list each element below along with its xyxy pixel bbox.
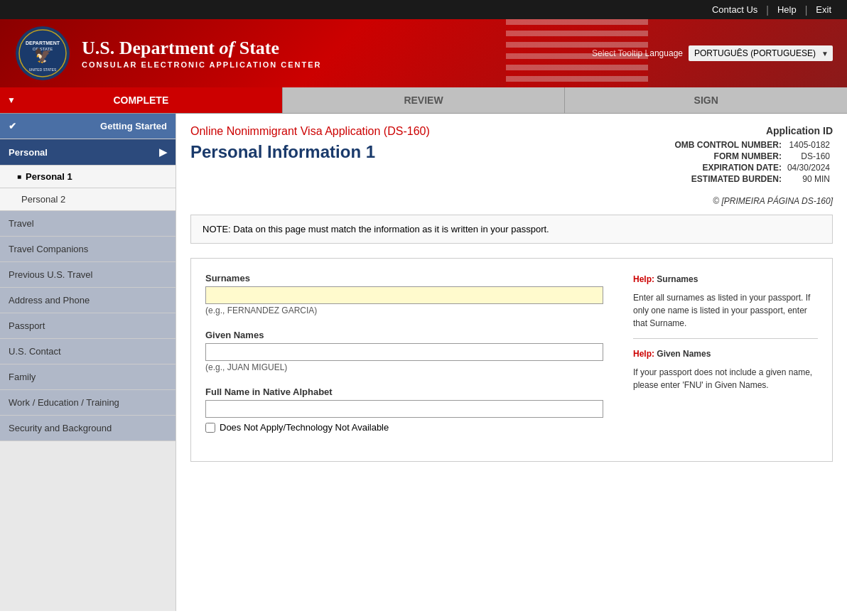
app-info-table: OMB CONTROL NUMBER: 1405-0182 FORM NUMBE… — [672, 139, 833, 185]
sidebar-item-getting-started[interactable]: ✔ Getting Started — [0, 114, 176, 139]
tab-complete[interactable]: COMPLETE — [0, 87, 282, 113]
exit-link[interactable]: Exit — [807, 3, 840, 16]
chevron-right-icon: ▶ — [159, 146, 167, 158]
help-given-names-text: If your passport does not include a give… — [633, 366, 818, 391]
flag-decoration — [506, 19, 648, 87]
help-given-names: Help: Given Names — [633, 347, 818, 360]
sidebar-item-security-and-background[interactable]: Security and Background — [0, 416, 176, 441]
sidebar-label-getting-started: Getting Started — [100, 121, 167, 131]
sidebar-label-personal: Personal — [9, 147, 48, 158]
form-row: FORM NUMBER: DS-160 — [672, 151, 833, 162]
page-title-section: Online Nonimmigrant Visa Application (DS… — [190, 125, 430, 162]
sidebar-label-travel: Travel — [9, 218, 34, 229]
omb-value: 1405-0182 — [784, 139, 833, 151]
help-given-names-title: Help: — [633, 349, 654, 359]
surnames-hint: (e.g., FERNANDEZ GARCIA) — [205, 306, 622, 315]
sidebar-item-passport[interactable]: Passport — [0, 313, 176, 339]
sidebar-label-personal1: Personal 1 — [26, 171, 72, 182]
given-names-field-group: Given Names (e.g., JUAN MIGUEL) — [205, 330, 622, 372]
given-names-input[interactable] — [205, 343, 603, 361]
nav-tabs: COMPLETE REVIEW SIGN — [0, 87, 847, 114]
sidebar-label-address-and-phone: Address and Phone — [9, 295, 90, 306]
sidebar-item-address-and-phone[interactable]: Address and Phone — [0, 288, 176, 313]
page-header: Online Nonimmigrant Visa Application (DS… — [190, 125, 833, 185]
sidebar-label-family: Family — [9, 372, 36, 382]
expiry-row: EXPIRATION DATE: 04/30/2024 — [672, 162, 833, 173]
given-names-label: Given Names — [205, 330, 622, 340]
note-box: NOTE: Data on this page must match the i… — [190, 215, 833, 244]
expiry-value: 04/30/2024 — [784, 162, 833, 173]
app-info: Application ID OMB CONTROL NUMBER: 1405-… — [672, 125, 833, 185]
copyright: © [PRIMEIRA PÁGINA DS-160] — [190, 196, 833, 206]
sidebar-label-personal2: Personal 2 — [21, 194, 65, 205]
surnames-field-group: Surnames (e.g., FERNANDEZ GARCIA) — [205, 273, 622, 315]
svg-text:UNITED STATES: UNITED STATES — [29, 67, 57, 72]
full-name-label: Full Name in Native Alphabet — [205, 387, 622, 397]
sidebar-label-security-and-background: Security and Background — [9, 423, 112, 433]
does-not-apply-row: Does Not Apply/Technology Not Available — [205, 422, 622, 433]
tooltip-select-wrapper[interactable]: PORTUGUÊS (PORTUGUESE) ENGLISH ESPAÑOL (… — [689, 45, 833, 61]
sidebar-item-previous-us-travel[interactable]: Previous U.S. Travel — [0, 262, 176, 288]
burden-label: ESTIMATED BURDEN: — [672, 173, 784, 185]
form-title: Online Nonimmigrant Visa Application (DS… — [190, 125, 430, 138]
sidebar-label-us-contact: U.S. Contact — [9, 346, 61, 357]
tooltip-language-select[interactable]: PORTUGUÊS (PORTUGUESE) ENGLISH ESPAÑOL (… — [689, 45, 833, 61]
full-name-field-group: Full Name in Native Alphabet Does Not Ap… — [205, 387, 622, 433]
burden-row: ESTIMATED BURDEN: 90 MIN — [672, 173, 833, 185]
help-surnames-text: Enter all surnames as listed in your pas… — [633, 291, 818, 330]
help-link[interactable]: Help — [769, 3, 805, 16]
help-surnames-title: Help: — [633, 274, 654, 284]
contact-us-link[interactable]: Contact Us — [703, 3, 766, 16]
sidebar-item-us-contact[interactable]: U.S. Contact — [0, 339, 176, 364]
sidebar-item-family[interactable]: Family — [0, 364, 176, 390]
given-names-hint: (e.g., JUAN MIGUEL) — [205, 362, 622, 372]
help-surnames: Help: Surnames — [633, 273, 818, 286]
form-value: DS-160 — [784, 151, 833, 162]
form-label: FORM NUMBER: — [672, 151, 784, 162]
does-not-apply-checkbox[interactable] — [205, 423, 215, 433]
top-bar: Contact Us | Help | Exit — [0, 0, 847, 19]
sidebar-label-passport: Passport — [9, 320, 45, 331]
expiry-label: EXPIRATION DATE: — [672, 162, 784, 173]
sidebar-item-work-education-training[interactable]: Work / Education / Training — [0, 390, 176, 416]
main-content: Online Nonimmigrant Visa Application (DS… — [176, 114, 847, 611]
sidebar-label-previous-us-travel: Previous U.S. Travel — [9, 269, 93, 280]
tab-sign[interactable]: SIGN — [565, 87, 847, 113]
help-divider — [633, 338, 818, 339]
seal-logo: DEPARTMENT OF STATE 🦅 UNITED STATES — [14, 25, 71, 82]
full-name-input[interactable] — [205, 400, 603, 418]
section-title: Personal Information 1 — [190, 142, 430, 162]
burden-value: 90 MIN — [784, 173, 833, 185]
sidebar-label-travel-companions: Travel Companions — [9, 244, 88, 254]
sidebar-sub-item-personal1[interactable]: ■ Personal 1 — [0, 166, 176, 188]
surnames-label: Surnames — [205, 273, 622, 283]
help-surnames-heading: Surnames — [654, 274, 698, 284]
help-panel: Help: Surnames Enter all surnames as lis… — [633, 273, 818, 447]
form-fields: Surnames (e.g., FERNANDEZ GARCIA) Given … — [205, 273, 622, 447]
site-header: DEPARTMENT OF STATE 🦅 UNITED STATES U.S.… — [0, 19, 847, 87]
svg-text:🦅: 🦅 — [34, 47, 52, 64]
surnames-input[interactable] — [205, 286, 603, 304]
sidebar-sub-item-personal2[interactable]: Personal 2 — [0, 188, 176, 211]
help-given-names-heading: Given Names — [654, 349, 711, 359]
main-layout: ✔ Getting Started Personal ▶ ■ Personal … — [0, 114, 847, 611]
sidebar: ✔ Getting Started Personal ▶ ■ Personal … — [0, 114, 176, 611]
checkmark-icon: ✔ — [9, 121, 16, 131]
tab-review[interactable]: REVIEW — [283, 87, 565, 113]
sidebar-item-personal[interactable]: Personal ▶ — [0, 139, 176, 166]
does-not-apply-label: Does Not Apply/Technology Not Available — [220, 422, 389, 433]
bullet-icon: ■ — [17, 173, 21, 180]
omb-row: OMB CONTROL NUMBER: 1405-0182 — [672, 139, 833, 151]
sidebar-item-travel-companions[interactable]: Travel Companions — [0, 237, 176, 262]
sidebar-item-travel[interactable]: Travel — [0, 211, 176, 237]
sidebar-label-work-education-training: Work / Education / Training — [9, 397, 119, 408]
form-section: Surnames (e.g., FERNANDEZ GARCIA) Given … — [190, 258, 833, 462]
app-id-title: Application ID — [672, 125, 833, 136]
svg-text:DEPARTMENT: DEPARTMENT — [26, 40, 60, 45]
omb-label: OMB CONTROL NUMBER: — [672, 139, 784, 151]
